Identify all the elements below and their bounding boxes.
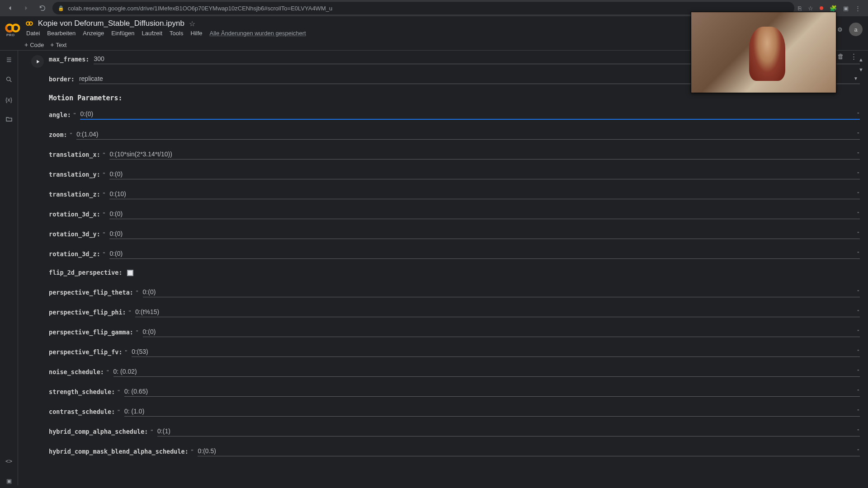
perspective-flip-fv-label: perspective_flip_fv: xyxy=(49,348,123,357)
motion-parameters-heading: Motion Parameters: xyxy=(49,94,860,102)
hybrid-comp-mask-blend-alpha-schedule-label: hybrid_comp_mask_blend_alpha_schedule: xyxy=(49,448,189,456)
add-code-button[interactable]: +Code xyxy=(24,41,44,48)
workspace: ☰ {x} <> ▣ ▲ ▼ ↑ ↓ ⎘ ✎ xyxy=(0,51,868,485)
chrome-actions: ⎘ ☆ 🧩 ▣ ⋮ xyxy=(798,5,864,12)
flip-2d-perspective-checkbox[interactable] xyxy=(127,270,133,276)
contrast-schedule-input[interactable] xyxy=(124,407,860,417)
form-cell: ↑ ↓ ⎘ ✎ ⇔ 🗑 ⋮ max_frames: border: replic… xyxy=(26,53,860,458)
menu-tools[interactable]: Tools xyxy=(170,30,183,37)
menu-view[interactable]: Anzeige xyxy=(83,30,104,37)
translation-x-input[interactable] xyxy=(109,150,860,160)
extensions-icon[interactable]: 🧩 xyxy=(830,5,837,12)
save-status: Alle Änderungen wurden gespeichert xyxy=(209,30,306,37)
share-icon[interactable]: ⎘ xyxy=(798,5,802,12)
angle-input[interactable] xyxy=(80,109,860,120)
menu-insert[interactable]: Einfügen xyxy=(111,30,134,37)
extension-dot[interactable] xyxy=(820,6,823,10)
bookmark-icon[interactable]: ☆ xyxy=(808,5,813,12)
add-text-button[interactable]: +Text xyxy=(50,41,66,48)
translation-x-label: translation_x: xyxy=(49,151,100,160)
rotation-3d-x-label: rotation_3d_x: xyxy=(49,211,100,219)
settings-icon[interactable]: ⚙ xyxy=(837,26,843,33)
strength-schedule-input[interactable] xyxy=(124,387,860,397)
svg-point-1 xyxy=(12,25,19,32)
strength-schedule-label: strength_schedule: xyxy=(49,388,115,397)
perspective-flip-theta-input[interactable] xyxy=(143,287,860,297)
variables-icon[interactable]: {x} xyxy=(5,95,14,104)
menu-dots-icon[interactable]: ⋮ xyxy=(855,5,861,12)
quote-mark-end: " xyxy=(857,112,859,117)
files-icon[interactable] xyxy=(5,115,14,124)
menu-edit[interactable]: Bearbeiten xyxy=(47,30,75,37)
notebook-icon xyxy=(25,19,33,28)
code-icon[interactable]: <> xyxy=(5,456,14,465)
border-label: border: xyxy=(49,75,75,84)
flip-2d-perspective-label: flip_2d_perspective: xyxy=(49,269,123,277)
svg-point-5 xyxy=(6,77,10,81)
menu-runtime[interactable]: Laufzeit xyxy=(142,30,163,37)
hybrid-comp-mask-blend-alpha-schedule-input[interactable] xyxy=(198,446,860,456)
lock-icon: 🔒 xyxy=(58,5,64,11)
webcam-overlay xyxy=(691,12,836,93)
rotation-3d-x-input[interactable] xyxy=(109,209,860,219)
colab-logo[interactable]: PRO xyxy=(5,20,21,36)
translation-y-input[interactable] xyxy=(109,169,860,179)
pro-badge: PRO xyxy=(6,33,15,37)
notebook-content: ▲ ▼ ↑ ↓ ⎘ ✎ ⇔ 🗑 ⋮ max_frames: xyxy=(18,51,868,485)
back-button[interactable] xyxy=(4,2,16,14)
notebook-title[interactable]: Kopie von Deforum_Stable_Diffusion.ipynb xyxy=(38,19,184,28)
angle-label: angle: xyxy=(49,111,71,120)
star-icon[interactable]: ☆ xyxy=(189,19,195,28)
perspective-flip-phi-label: perspective_flip_phi: xyxy=(49,309,126,317)
terminal-icon[interactable]: ▣ xyxy=(5,476,14,485)
perspective-flip-theta-label: perspective_flip_theta: xyxy=(49,289,133,297)
zoom-label: zoom: xyxy=(49,131,67,140)
noise-schedule-label: noise_schedule: xyxy=(49,368,104,377)
quote-mark: " xyxy=(74,112,76,120)
translation-z-input[interactable] xyxy=(109,189,860,199)
user-avatar[interactable]: a xyxy=(849,23,863,36)
menu-help[interactable]: Hilfe xyxy=(190,30,202,37)
forward-button[interactable] xyxy=(20,2,33,14)
rotation-3d-z-input[interactable] xyxy=(109,249,860,259)
noise-schedule-input[interactable] xyxy=(113,367,860,377)
left-rail: ☰ {x} <> ▣ xyxy=(0,51,18,485)
url-text: colab.research.google.com/drive/1IMefexB… xyxy=(68,5,332,12)
menu-file[interactable]: Datei xyxy=(26,30,40,37)
toc-icon[interactable]: ☰ xyxy=(5,55,14,64)
contrast-schedule-label: contrast_schedule: xyxy=(49,408,115,417)
max-frames-label: max_frames: xyxy=(49,56,89,64)
perspective-flip-gamma-label: perspective_flip_gamma: xyxy=(49,328,133,337)
perspective-flip-phi-input[interactable] xyxy=(135,307,860,317)
hybrid-comp-alpha-schedule-input[interactable] xyxy=(157,427,860,436)
translation-z-label: translation_z: xyxy=(49,191,100,199)
perspective-flip-fv-input[interactable] xyxy=(132,347,860,357)
url-bar[interactable]: 🔒 colab.research.google.com/drive/1IMefe… xyxy=(52,2,794,14)
window-icon[interactable]: ▣ xyxy=(843,5,849,12)
svg-point-4 xyxy=(29,22,33,25)
reload-button[interactable] xyxy=(36,2,49,14)
rotation-3d-z-label: rotation_3d_z: xyxy=(49,250,100,259)
run-button[interactable] xyxy=(31,55,44,68)
search-icon[interactable] xyxy=(5,75,14,84)
chevron-down-icon: ▼ xyxy=(854,76,858,81)
perspective-flip-gamma-input[interactable] xyxy=(143,327,860,337)
rotation-3d-y-label: rotation_3d_y: xyxy=(49,230,100,239)
hybrid-comp-alpha-schedule-label: hybrid_comp_alpha_schedule: xyxy=(49,428,148,436)
rotation-3d-y-input[interactable] xyxy=(109,229,860,239)
translation-y-label: translation_y: xyxy=(49,171,100,179)
zoom-input[interactable] xyxy=(76,130,860,140)
